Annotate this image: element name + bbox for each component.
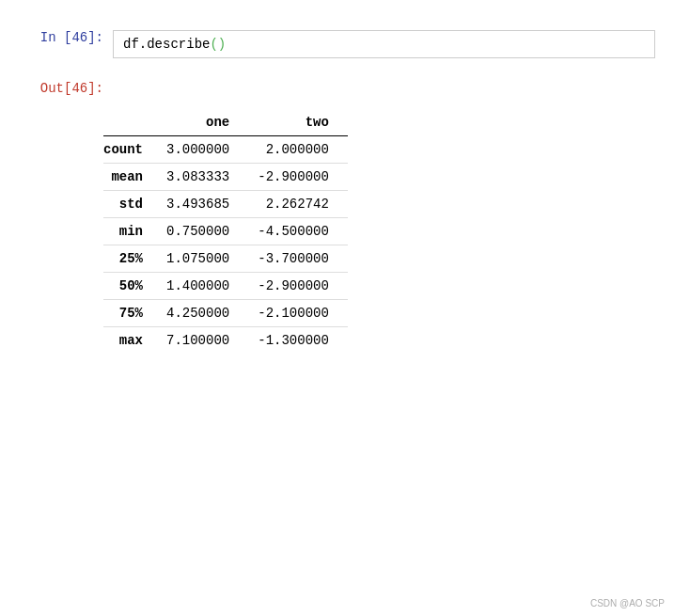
watermark: CSDN @AO SCP [590,598,665,608]
col-header-two: two [248,109,348,136]
table-row: 25%1.075000-3.700000 [103,245,348,273]
row-val-two: -3.700000 [248,245,348,273]
output-prompt-row: Out[46]: [0,77,674,100]
output-prompt: Out[46]: [19,81,113,96]
code-prefix: df. [123,37,147,52]
row-val-two: -2.900000 [248,164,348,191]
code-method: describe [147,37,210,52]
row-val-two: 2.262742 [248,191,348,218]
row-val-one: 1.400000 [157,273,248,300]
table-row: 50%1.400000-2.900000 [103,273,348,300]
table-row: 75%4.250000-2.100000 [103,300,348,327]
row-val-one: 4.250000 [157,300,248,327]
row-val-two: -2.100000 [248,300,348,327]
input-prompt: In [46]: [19,30,113,45]
table-row: max7.100000-1.300000 [103,327,348,355]
table-row: std3.4936852.262742 [103,191,348,218]
row-label: 50% [103,273,157,300]
row-val-two: -4.500000 [248,218,348,245]
table-row: mean3.083333-2.900000 [103,164,348,191]
table-row: min0.750000-4.500000 [103,218,348,245]
row-label: count [103,136,157,164]
input-cell: In [46]: df.describe() [0,19,674,70]
row-val-two: -1.300000 [248,327,348,355]
output-area: one two count3.0000002.000000mean3.08333… [0,100,674,363]
notebook-container: In [46]: df.describe() Out[46]: one two … [0,0,674,616]
row-val-one: 3.000000 [157,136,248,164]
row-val-two: 2.000000 [248,136,348,164]
table-header-row: one two [103,109,348,136]
row-label: std [103,191,157,218]
row-val-one: 3.083333 [157,164,248,191]
row-val-one: 1.075000 [157,245,248,273]
row-val-two: -2.900000 [248,273,348,300]
output-cell: Out[46]: one two count3.0000002.000000me… [0,70,674,371]
dataframe-table: one two count3.0000002.000000mean3.08333… [103,109,348,354]
row-val-one: 3.493685 [157,191,248,218]
row-label: 25% [103,245,157,273]
col-header-index [103,109,157,136]
row-label: min [103,218,157,245]
code-parens: () [210,37,226,52]
row-val-one: 7.100000 [157,327,248,355]
code-box[interactable]: df.describe() [113,30,655,58]
row-label: mean [103,164,157,191]
row-val-one: 0.750000 [157,218,248,245]
input-row: In [46]: df.describe() [0,26,674,62]
row-label: max [103,327,157,355]
table-row: count3.0000002.000000 [103,136,348,164]
col-header-one: one [157,109,248,136]
row-label: 75% [103,300,157,327]
